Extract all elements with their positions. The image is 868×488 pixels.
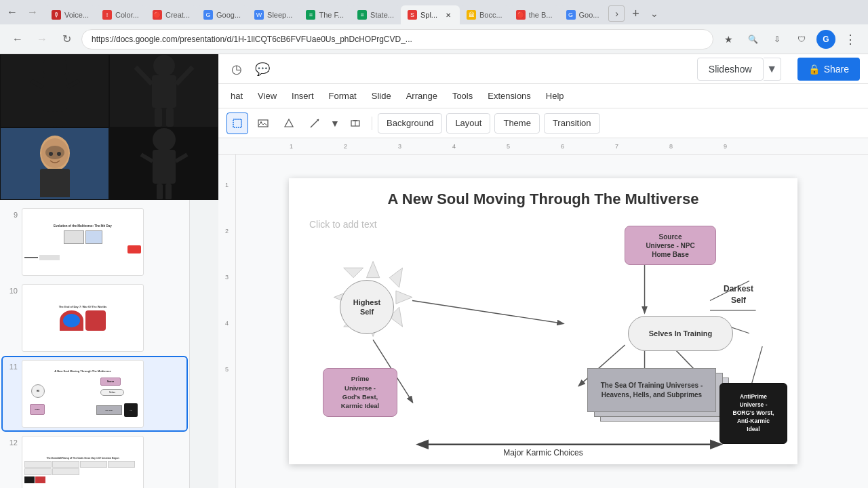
slide-canvas[interactable]: A New Soul Moving Through The Multiverse… [289,178,797,464]
svg-line-21 [176,155,187,161]
presenter-figure [21,129,89,197]
share-button[interactable]: 🔒 Share [797,58,860,81]
slide-thumbnail-11[interactable]: 11 A New Soul Moving Through The Multive… [3,357,186,430]
slideshow-group: Slideshow ▼ [697,58,781,81]
tab-label: Sleep... [267,11,292,19]
tab-spl[interactable]: S Spl... ✕ [401,5,460,24]
slide-thumbnail-12[interactable]: 12 The Downfall/Rising of The Gods Since… [3,433,186,488]
svg-point-15 [45,146,64,159]
history-icon[interactable]: ◷ [226,59,247,79]
sea-training-node[interactable]: The Sea Of Training Universes - Heavens,… [587,368,716,412]
menu-hat[interactable]: hat [224,87,250,106]
arrow-label: Major Karmic Choices [503,448,583,458]
tab-sleep[interactable]: W Sleep... [248,5,299,24]
background-button[interactable]: Background [378,113,442,134]
layout-button[interactable]: Layout [446,113,490,134]
tab-the-b[interactable]: 🔴 the B... [509,5,559,24]
textbox-tool-button[interactable] [344,113,366,134]
tab-label: Spl... [420,11,437,19]
slide-title[interactable]: A New Soul Moving Through The Multiverse [289,190,797,208]
ruler-inner: 1 2 3 4 5 6 7 8 9 [245,138,868,154]
comment-icon[interactable]: 💬 [252,59,273,79]
forward-nav-button[interactable]: → [33,30,52,49]
back-button[interactable]: ← [3,3,22,22]
ruler-mark-9: 9 [724,143,727,150]
image-tool-button[interactable] [252,113,274,134]
extension-icon2[interactable]: ⇩ [768,30,787,49]
profile-icon[interactable]: G [816,30,835,49]
highest-self-node[interactable]: Highest Self [340,280,394,334]
prime-universe-label: Prime Universe - God's Best, Karmic Idea… [341,374,380,410]
menu-view[interactable]: View [251,87,283,106]
menu-format[interactable]: Format [322,87,363,106]
tab-favicon-goo: G [566,10,576,20]
tab-favicon-sleep: W [254,10,264,20]
menu-extensions[interactable]: Extensions [481,87,538,106]
slideshow-button[interactable]: Slideshow [697,58,764,81]
selves-training-label: Selves In Training [649,329,713,338]
svg-marker-37 [389,268,402,287]
menu-slide[interactable]: Slide [365,87,398,106]
reload-button[interactable]: ↻ [57,30,76,49]
menu-insert[interactable]: Insert [285,87,321,106]
bookmark-icon[interactable]: ★ [719,30,738,49]
ninja-figure-top-left [28,54,82,127]
cursor-position [553,378,555,380]
tab-create[interactable]: 🔴 Creat... [146,5,197,24]
vertical-ruler: 1 2 3 4 5 [218,155,236,488]
tab-close-spl[interactable]: ✕ [443,10,453,20]
shape-tool-button[interactable] [278,113,300,134]
selves-training-node[interactable]: Selves In Training [628,316,733,351]
menu-arrange[interactable]: Arrange [399,87,444,106]
tab-the-f[interactable]: ≡ The F... [299,5,351,24]
antiprime-node[interactable]: AntiPrime Universe - BORG's Worst, Anti-… [719,383,787,444]
editor-area: ◷ 💬 Slideshow ▼ 🔒 Share hat View Insert … [218,54,868,488]
menu-help[interactable]: Help [539,87,571,106]
svg-marker-36 [366,262,379,278]
svg-line-3 [67,81,79,87]
ruler-mark-7: 7 [615,143,618,150]
tab-bocc[interactable]: 🏛 Bocc... [460,5,509,24]
tab-goo[interactable]: G Goo... [559,5,606,24]
v-ruler-5: 5 [225,366,229,373]
darkest-self-label: Darkest Self [724,283,753,306]
canvas-area: 1 2 3 4 5 A New Soul Moving Through The … [218,155,868,488]
slideshow-dropdown-button[interactable]: ▼ [764,58,781,81]
tab-label: Goo... [579,11,599,19]
more-tabs-button[interactable]: › [608,5,625,22]
tab-color[interactable]: ! Color... [96,5,146,24]
transition-button[interactable]: Transition [544,113,600,134]
extension-icon3[interactable]: 🛡 [792,30,811,49]
svg-line-8 [136,67,152,84]
left-panel: 9 Evolution of the Multiverse: The 8th D… [0,54,218,488]
back-nav-button[interactable]: ← [8,30,27,49]
select-tool-button[interactable] [226,113,248,134]
tab-state[interactable]: ≡ State... [351,5,401,24]
v-ruler-4: 4 [225,320,229,327]
theme-button[interactable]: Theme [494,113,539,134]
tab-google1[interactable]: G Goog... [197,5,248,24]
extension-icon1[interactable]: 🔍 [743,30,762,49]
tab-favicon-g1: G [203,10,213,20]
settings-icon[interactable]: ⋮ [841,30,860,49]
line-icon [309,118,320,129]
slide-thumbnail-10[interactable]: 10 The End of Day 7: War Of The Worlds [3,281,186,354]
forward-button[interactable]: → [23,3,42,22]
line-tool-button[interactable] [304,113,326,134]
prime-universe-node[interactable]: Prime Universe - God's Best, Karmic Idea… [323,368,397,417]
tab-menu-button[interactable]: ⌄ [646,5,663,22]
v-ruler-2: 2 [225,228,229,235]
slide-preview-9: Evolution of the Multiverse: The 8th Day [22,208,144,276]
line-dropdown-button[interactable]: ▼ [330,113,340,134]
menu-tools[interactable]: Tools [446,87,479,106]
tab-voice[interactable]: 🎙 Voice... [45,5,96,24]
source-universe-node[interactable]: Source Universe - NPC Home Base [625,226,716,265]
darkest-self-text: Darkest Self [724,284,753,305]
address-bar-row: ← → ↻ https://docs.google.com/presentati… [0,24,868,54]
tab-favicon-state: ≡ [357,10,367,20]
new-tab-button[interactable]: + [627,5,644,22]
slide-thumbnail-9[interactable]: 9 Evolution of the Multiverse: The 8th D… [3,205,186,279]
svg-rect-7 [152,75,176,108]
address-bar[interactable]: https://docs.google.com/presentation/d/1… [81,29,713,49]
slide-number-12: 12 [5,439,18,447]
